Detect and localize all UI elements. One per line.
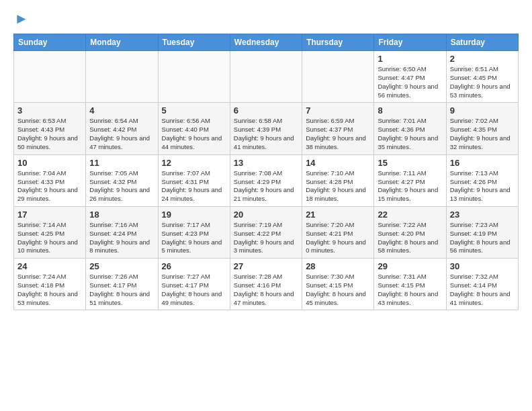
day-number: 26 bbox=[162, 261, 226, 271]
calendar-cell: 17Sunrise: 7:14 AM Sunset: 4:25 PM Dayli… bbox=[14, 206, 86, 258]
calendar-cell: 11Sunrise: 7:05 AM Sunset: 4:32 PM Dayli… bbox=[86, 154, 158, 206]
calendar-cell: 2Sunrise: 6:51 AM Sunset: 4:45 PM Daylig… bbox=[446, 51, 518, 103]
week-row-2: 3Sunrise: 6:53 AM Sunset: 4:43 PM Daylig… bbox=[14, 103, 519, 154]
day-info: Sunrise: 7:05 AM Sunset: 4:32 PM Dayligh… bbox=[89, 169, 154, 203]
weekday-header-wednesday: Wednesday bbox=[230, 34, 302, 51]
day-number: 21 bbox=[306, 210, 370, 220]
calendar-cell: 26Sunrise: 7:27 AM Sunset: 4:17 PM Dayli… bbox=[158, 259, 230, 310]
page: ► SundayMondayTuesdayWednesdayThursdayFr… bbox=[0, 0, 532, 321]
day-info: Sunrise: 7:13 AM Sunset: 4:26 PM Dayligh… bbox=[450, 169, 515, 203]
day-info: Sunrise: 6:56 AM Sunset: 4:40 PM Dayligh… bbox=[162, 117, 226, 151]
day-number: 16 bbox=[450, 158, 515, 168]
day-number: 6 bbox=[234, 105, 298, 116]
day-number: 11 bbox=[89, 158, 154, 168]
day-number: 13 bbox=[234, 158, 298, 168]
calendar-cell: 18Sunrise: 7:16 AM Sunset: 4:24 PM Dayli… bbox=[86, 206, 158, 258]
day-number: 25 bbox=[89, 261, 154, 271]
day-info: Sunrise: 7:23 AM Sunset: 4:19 PM Dayligh… bbox=[450, 221, 515, 255]
calendar-cell: 8Sunrise: 7:01 AM Sunset: 4:36 PM Daylig… bbox=[374, 103, 446, 154]
calendar-table: SundayMondayTuesdayWednesdayThursdayFrid… bbox=[13, 34, 519, 310]
calendar-cell: 28Sunrise: 7:30 AM Sunset: 4:15 PM Dayli… bbox=[302, 259, 374, 310]
day-number: 9 bbox=[450, 105, 515, 116]
day-info: Sunrise: 7:24 AM Sunset: 4:18 PM Dayligh… bbox=[17, 273, 82, 307]
day-info: Sunrise: 7:22 AM Sunset: 4:20 PM Dayligh… bbox=[378, 221, 442, 255]
calendar-cell: 23Sunrise: 7:23 AM Sunset: 4:19 PM Dayli… bbox=[446, 206, 518, 258]
day-info: Sunrise: 6:59 AM Sunset: 4:37 PM Dayligh… bbox=[306, 117, 370, 151]
day-number: 28 bbox=[306, 261, 370, 271]
day-info: Sunrise: 6:58 AM Sunset: 4:39 PM Dayligh… bbox=[234, 117, 298, 151]
calendar-cell bbox=[158, 51, 230, 103]
day-info: Sunrise: 6:54 AM Sunset: 4:42 PM Dayligh… bbox=[89, 117, 154, 151]
day-number: 3 bbox=[17, 105, 82, 116]
day-info: Sunrise: 7:01 AM Sunset: 4:36 PM Dayligh… bbox=[378, 117, 442, 151]
week-row-5: 24Sunrise: 7:24 AM Sunset: 4:18 PM Dayli… bbox=[14, 259, 519, 310]
weekday-header-monday: Monday bbox=[86, 34, 158, 51]
day-number: 7 bbox=[306, 105, 370, 116]
calendar-cell: 30Sunrise: 7:32 AM Sunset: 4:14 PM Dayli… bbox=[446, 259, 518, 310]
weekday-header-friday: Friday bbox=[374, 34, 446, 51]
day-number: 23 bbox=[450, 210, 515, 220]
day-info: Sunrise: 7:10 AM Sunset: 4:28 PM Dayligh… bbox=[306, 169, 370, 203]
calendar-cell: 4Sunrise: 6:54 AM Sunset: 4:42 PM Daylig… bbox=[86, 103, 158, 154]
day-number: 29 bbox=[378, 261, 442, 271]
day-number: 1 bbox=[378, 54, 442, 64]
day-info: Sunrise: 7:28 AM Sunset: 4:16 PM Dayligh… bbox=[234, 273, 298, 307]
calendar-cell bbox=[302, 51, 374, 103]
calendar-cell: 10Sunrise: 7:04 AM Sunset: 4:33 PM Dayli… bbox=[14, 154, 86, 206]
day-info: Sunrise: 7:27 AM Sunset: 4:17 PM Dayligh… bbox=[162, 273, 226, 307]
day-info: Sunrise: 7:07 AM Sunset: 4:31 PM Dayligh… bbox=[162, 169, 226, 203]
day-info: Sunrise: 6:51 AM Sunset: 4:45 PM Dayligh… bbox=[450, 65, 515, 99]
day-number: 17 bbox=[17, 210, 82, 220]
day-number: 22 bbox=[378, 210, 442, 220]
day-number: 2 bbox=[450, 54, 515, 64]
calendar-cell: 15Sunrise: 7:11 AM Sunset: 4:27 PM Dayli… bbox=[374, 154, 446, 206]
day-info: Sunrise: 7:31 AM Sunset: 4:15 PM Dayligh… bbox=[378, 273, 442, 307]
logo: ► bbox=[13, 11, 29, 27]
day-number: 18 bbox=[89, 210, 154, 220]
day-number: 4 bbox=[89, 105, 154, 116]
day-info: Sunrise: 7:26 AM Sunset: 4:17 PM Dayligh… bbox=[89, 273, 154, 307]
day-info: Sunrise: 7:16 AM Sunset: 4:24 PM Dayligh… bbox=[89, 221, 154, 255]
calendar-cell: 12Sunrise: 7:07 AM Sunset: 4:31 PM Dayli… bbox=[158, 154, 230, 206]
day-number: 14 bbox=[306, 158, 370, 168]
calendar-cell: 24Sunrise: 7:24 AM Sunset: 4:18 PM Dayli… bbox=[14, 259, 86, 310]
day-info: Sunrise: 7:32 AM Sunset: 4:14 PM Dayligh… bbox=[450, 273, 515, 307]
calendar-cell: 20Sunrise: 7:19 AM Sunset: 4:22 PM Dayli… bbox=[230, 206, 302, 258]
calendar-cell: 5Sunrise: 6:56 AM Sunset: 4:40 PM Daylig… bbox=[158, 103, 230, 154]
day-number: 19 bbox=[162, 210, 226, 220]
calendar-cell: 22Sunrise: 7:22 AM Sunset: 4:20 PM Dayli… bbox=[374, 206, 446, 258]
calendar-cell: 14Sunrise: 7:10 AM Sunset: 4:28 PM Dayli… bbox=[302, 154, 374, 206]
day-info: Sunrise: 7:08 AM Sunset: 4:29 PM Dayligh… bbox=[234, 169, 298, 203]
weekday-header-tuesday: Tuesday bbox=[158, 34, 230, 51]
day-number: 5 bbox=[162, 105, 226, 116]
weekday-header-sunday: Sunday bbox=[14, 34, 86, 51]
week-row-1: 1Sunrise: 6:50 AM Sunset: 4:47 PM Daylig… bbox=[14, 51, 519, 103]
calendar-cell bbox=[86, 51, 158, 103]
day-number: 12 bbox=[162, 158, 226, 168]
day-info: Sunrise: 7:19 AM Sunset: 4:22 PM Dayligh… bbox=[234, 221, 298, 255]
day-info: Sunrise: 7:11 AM Sunset: 4:27 PM Dayligh… bbox=[378, 169, 442, 203]
weekday-header-saturday: Saturday bbox=[446, 34, 518, 51]
calendar-cell: 27Sunrise: 7:28 AM Sunset: 4:16 PM Dayli… bbox=[230, 259, 302, 310]
day-number: 27 bbox=[234, 261, 298, 271]
day-number: 8 bbox=[378, 105, 442, 116]
calendar-cell: 21Sunrise: 7:20 AM Sunset: 4:21 PM Dayli… bbox=[302, 206, 374, 258]
calendar-cell: 19Sunrise: 7:17 AM Sunset: 4:23 PM Dayli… bbox=[158, 206, 230, 258]
calendar-cell: 16Sunrise: 7:13 AM Sunset: 4:26 PM Dayli… bbox=[446, 154, 518, 206]
calendar-cell: 6Sunrise: 6:58 AM Sunset: 4:39 PM Daylig… bbox=[230, 103, 302, 154]
weekday-header-row: SundayMondayTuesdayWednesdayThursdayFrid… bbox=[14, 34, 519, 51]
week-row-3: 10Sunrise: 7:04 AM Sunset: 4:33 PM Dayli… bbox=[14, 154, 519, 206]
calendar-cell: 13Sunrise: 7:08 AM Sunset: 4:29 PM Dayli… bbox=[230, 154, 302, 206]
day-number: 24 bbox=[17, 261, 82, 271]
day-info: Sunrise: 7:17 AM Sunset: 4:23 PM Dayligh… bbox=[162, 221, 226, 255]
day-info: Sunrise: 7:30 AM Sunset: 4:15 PM Dayligh… bbox=[306, 273, 370, 307]
weekday-header-thursday: Thursday bbox=[302, 34, 374, 51]
logo-icon: ► bbox=[14, 10, 29, 27]
week-row-4: 17Sunrise: 7:14 AM Sunset: 4:25 PM Dayli… bbox=[14, 206, 519, 258]
calendar-cell: 7Sunrise: 6:59 AM Sunset: 4:37 PM Daylig… bbox=[302, 103, 374, 154]
day-info: Sunrise: 6:53 AM Sunset: 4:43 PM Dayligh… bbox=[17, 117, 82, 151]
calendar-cell bbox=[14, 51, 86, 103]
day-number: 10 bbox=[17, 158, 82, 168]
calendar-cell: 29Sunrise: 7:31 AM Sunset: 4:15 PM Dayli… bbox=[374, 259, 446, 310]
day-info: Sunrise: 7:20 AM Sunset: 4:21 PM Dayligh… bbox=[306, 221, 370, 255]
